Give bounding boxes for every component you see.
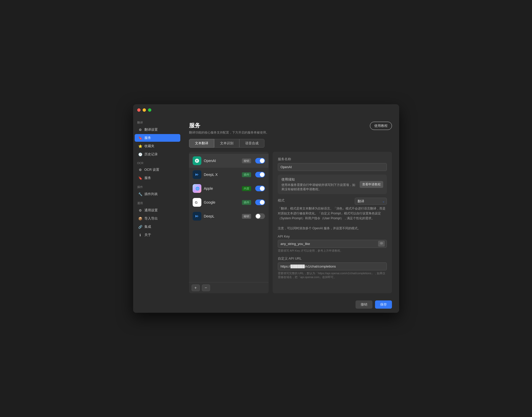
integration-icon: 🔗 <box>138 225 142 229</box>
notice-box: 使用须知 使用本服务需要自行申请秘钥并填写到下方设置项，如果没有秘钥请查看申请教… <box>278 175 387 194</box>
api-key-input[interactable] <box>278 240 387 248</box>
service-badge: 插件 <box>242 172 251 177</box>
api-key-hint: 需要填写 API Key 才可以使用，参考上方申请教程。 <box>278 249 387 253</box>
clock-icon: 🕐 <box>138 152 142 156</box>
sidebar-section-plugins: 插件 <box>133 182 182 190</box>
header-text: 服务 翻译功能的核心服务支持配置，下方开启的服务将被使用。 <box>189 122 269 135</box>
sidebar-item-history[interactable]: 🕐 历史记录 <box>135 150 180 158</box>
gear-icon: ⚙ <box>138 168 142 172</box>
service-toggle[interactable] <box>255 172 265 177</box>
mode-label: 模式 <box>278 198 284 203</box>
info-icon: ℹ <box>138 233 142 237</box>
service-item-openai[interactable]: ✦ OpenAI 秘钥 <box>189 154 269 168</box>
custom-url-hint: 需要填写完整的 URL，默认为「https://api.openai.com/v… <box>278 271 387 279</box>
sidebar-item-general-settings[interactable]: ⚙ 通用设置 <box>135 206 180 214</box>
service-item-apple[interactable]: 🌐 Apple 内置 <box>189 182 269 195</box>
tab-bar: 文本翻译 文本识别 语音合成 <box>189 139 392 148</box>
main-content: 服务 翻译功能的核心服务支持配置，下方开启的服务将被使用。 使用教程 文本翻译 … <box>182 116 399 313</box>
service-name-field: 服务名称 <box>278 157 387 171</box>
sidebar-item-label: 服务 <box>144 176 151 180</box>
mode-field: 模式 翻译 润色 自定义 Prompt ⌄ 「翻译」 <box>278 198 387 231</box>
mode-row: 模式 翻译 润色 自定义 Prompt ⌄ <box>278 198 387 205</box>
sidebar-section-general: 通用 <box>133 198 182 206</box>
sidebar: 翻译 ⚙ 翻译设置 🔖 服务 ⭐ 收藏夹 🕐 历史记录 OCR ⚙ OCR 设置 <box>133 116 182 313</box>
toggle-visibility-button[interactable] <box>378 241 385 247</box>
sidebar-item-label: 插件列表 <box>144 192 158 196</box>
service-name: DeepL X <box>204 173 239 177</box>
page-header: 服务 翻译功能的核心服务支持配置，下方开启的服务将被使用。 使用教程 <box>189 122 392 135</box>
service-toggle[interactable] <box>255 158 265 164</box>
sidebar-item-favorites[interactable]: ⭐ 收藏夹 <box>135 142 180 150</box>
api-key-input-wrapper <box>278 240 387 248</box>
sidebar-item-import-export[interactable]: 📦 导入导出 <box>135 215 180 222</box>
sidebar-item-translate-settings[interactable]: ⚙ 翻译设置 <box>135 126 180 134</box>
service-name: DeepL <box>204 214 239 218</box>
svg-point-4 <box>381 243 382 244</box>
plugin-icon: 🔧 <box>138 192 142 196</box>
service-list-panel: ✦ OpenAI 秘钥 <box>189 152 269 293</box>
remove-service-button[interactable]: − <box>202 285 210 291</box>
service-name: Google <box>204 200 239 204</box>
service-badge: 插件 <box>242 200 251 205</box>
sidebar-item-label: 服务 <box>144 136 151 140</box>
sidebar-item-label: 翻译设置 <box>144 127 158 132</box>
page-subtitle: 翻译功能的核心服务支持配置，下方开启的服务将被使用。 <box>189 130 269 135</box>
sidebar-item-integration[interactable]: 🔗 集成 <box>135 223 180 231</box>
titlebar <box>133 104 399 116</box>
tab-text-ocr[interactable]: 文本识别 <box>214 139 239 148</box>
sidebar-item-about[interactable]: ℹ 关于 <box>135 231 180 239</box>
custom-url-input[interactable] <box>278 262 387 270</box>
tab-text-translate[interactable]: 文本翻译 <box>189 139 214 148</box>
deepl-logo <box>193 212 201 221</box>
tutorial-button[interactable]: 使用教程 <box>370 122 392 130</box>
add-service-button[interactable]: + <box>192 285 200 291</box>
svg-text:✦: ✦ <box>196 159 198 162</box>
service-item-google[interactable]: G Google 插件 <box>189 195 269 209</box>
mode-select-wrapper: 翻译 润色 自定义 Prompt ⌄ <box>355 198 387 205</box>
apple-logo: 🌐 <box>193 184 201 193</box>
sidebar-section-ocr: OCR <box>133 158 182 166</box>
service-item-deeplx[interactable]: DeepL X 插件 <box>189 168 269 182</box>
cancel-button[interactable]: 撤销 <box>356 300 372 309</box>
service-item-deepl[interactable]: DeepL 秘钥 <box>189 209 269 223</box>
service-toggle[interactable] <box>255 213 265 219</box>
star-icon: ⭐ <box>138 144 142 148</box>
service-name-input[interactable] <box>278 163 387 171</box>
sidebar-item-ocr-services[interactable]: 🔖 服务 <box>135 174 180 182</box>
custom-url-label: 自定义 API URL <box>278 256 387 261</box>
notice-content: 使用须知 使用本服务需要自行申请秘钥并填写到下方设置项，如果没有秘钥请查看申请教… <box>281 177 357 192</box>
app-window: 翻译 ⚙ 翻译设置 🔖 服务 ⭐ 收藏夹 🕐 历史记录 OCR ⚙ OCR 设置 <box>133 104 399 313</box>
svg-text:G: G <box>195 201 198 204</box>
apply-tutorial-button[interactable]: 查看申请教程 <box>360 181 383 188</box>
save-button[interactable]: 保存 <box>375 300 392 309</box>
sidebar-item-label: 关于 <box>144 233 151 237</box>
service-toggle[interactable] <box>255 186 265 191</box>
google-logo: G <box>193 198 201 207</box>
service-name-label: 服务名称 <box>278 157 387 162</box>
minimize-button[interactable] <box>143 108 146 112</box>
maximize-button[interactable] <box>148 108 151 112</box>
custom-url-field: 自定义 API URL 需要填写完整的 URL，默认为「https://api.… <box>278 256 387 279</box>
service-name: Apple <box>204 186 239 191</box>
sidebar-section-translate: 翻译 <box>133 118 182 126</box>
content-area: 翻译 ⚙ 翻译设置 🔖 服务 ⭐ 收藏夹 🕐 历史记录 OCR ⚙ OCR 设置 <box>133 116 399 313</box>
service-list-footer: + − <box>189 282 269 293</box>
notice-label: 使用须知 <box>281 177 357 182</box>
service-badge: 秘钥 <box>242 158 251 163</box>
service-toggle[interactable] <box>255 200 265 205</box>
svg-text:🌐: 🌐 <box>195 186 200 191</box>
deeplx-logo <box>193 170 201 179</box>
close-button[interactable] <box>137 108 141 112</box>
tab-voice-synthesis[interactable]: 语音合成 <box>239 139 264 148</box>
mode-select[interactable]: 翻译 润色 自定义 Prompt <box>355 198 387 205</box>
page-title: 服务 <box>189 122 269 129</box>
sidebar-item-ocr-settings[interactable]: ⚙ OCR 设置 <box>135 166 180 174</box>
detail-panel: 服务名称 使用须知 使用本服务需要自行申请秘钥并填写到下方设置项，如果没有秘钥请… <box>273 152 392 293</box>
bookmark-icon: 🔖 <box>138 176 142 180</box>
notice-text: 使用本服务需要自行申请秘钥并填写到下方设置项，如果没有秘钥请查看申请教程。 <box>281 183 357 192</box>
body-row: ✦ OpenAI 秘钥 <box>189 152 392 297</box>
sidebar-item-services[interactable]: 🔖 服务 <box>135 134 180 142</box>
main-footer: 撤销 保存 <box>189 297 392 313</box>
api-key-label: API Key <box>278 234 387 238</box>
sidebar-item-plugin-list[interactable]: 🔧 插件列表 <box>135 190 180 198</box>
